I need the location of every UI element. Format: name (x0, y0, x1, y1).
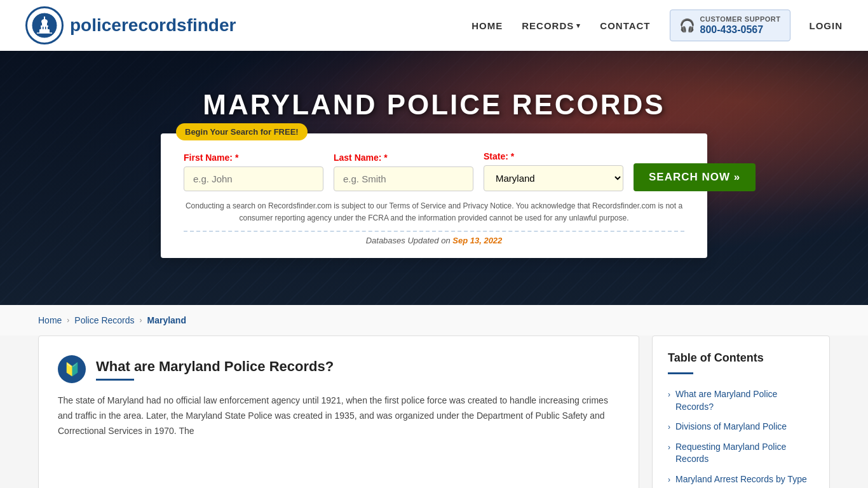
nav-home[interactable]: HOME (471, 20, 503, 31)
breadcrumb-home[interactable]: Home (38, 315, 62, 325)
toc-title: Table of Contents (668, 351, 814, 365)
site-header: policerecordsfinder HOME RECORDS ▾ CONTA… (0, 0, 868, 51)
db-date: Sep 13, 2022 (452, 236, 502, 245)
headset-icon: 🎧 (679, 18, 695, 33)
chevron-down-icon: ▾ (576, 22, 581, 30)
article-header: 🔰 What are Maryland Police Records? (58, 355, 620, 383)
hero-title: MARYLAND POLICE RECORDS (203, 89, 665, 121)
hero-section: MARYLAND POLICE RECORDS Begin Your Searc… (0, 51, 868, 305)
toc-item-0[interactable]: ›What are Maryland Police Records? (668, 384, 814, 417)
breadcrumb-records[interactable]: Police Records (74, 315, 134, 325)
support-info: CUSTOMER SUPPORT 800-433-0567 (700, 15, 781, 36)
article-title: What are Maryland Police Records? (96, 358, 334, 375)
article-section: 🔰 What are Maryland Police Records? The … (38, 336, 639, 488)
breadcrumb-sep-2: › (140, 316, 142, 325)
disclaimer-text: Conducting a search on Recordsfinder.com… (184, 200, 684, 224)
breadcrumb-sep-1: › (67, 316, 69, 325)
article-body: The state of Maryland had no official la… (58, 393, 620, 438)
article-title-group: What are Maryland Police Records? (96, 358, 334, 381)
search-now-button[interactable]: SEARCH NOW » (634, 163, 756, 191)
nav-records[interactable]: RECORDS ▾ (522, 20, 581, 31)
state-select[interactable]: Maryland Alabama Alaska Arizona Californ… (484, 165, 623, 191)
state-group: State: * Maryland Alabama Alaska Arizona… (484, 151, 623, 191)
logo-area[interactable]: policerecordsfinder (25, 6, 236, 44)
toc-divider (668, 372, 693, 374)
search-badge: Begin Your Search for FREE! (176, 123, 308, 140)
toc-item-3[interactable]: ›Maryland Arrest Records by Type of (668, 470, 814, 488)
svg-rect-10 (48, 27, 49, 29)
search-card: Begin Your Search for FREE! First Name: … (161, 133, 707, 258)
first-name-group: First Name: * (184, 152, 323, 191)
last-name-group: Last Name: * (334, 152, 473, 191)
svg-rect-5 (44, 17, 45, 22)
last-name-input[interactable] (334, 166, 473, 191)
toc-list: ›What are Maryland Police Records?›Divis… (668, 384, 814, 488)
toc-section: Table of Contents ›What are Maryland Pol… (652, 336, 830, 488)
svg-rect-1 (39, 29, 50, 33)
svg-rect-9 (45, 27, 46, 29)
svg-rect-2 (41, 25, 48, 29)
toc-chevron-icon: › (668, 475, 670, 485)
main-content: 🔰 What are Maryland Police Records? The … (0, 336, 868, 488)
last-name-label: Last Name: * (334, 152, 473, 163)
nav-login[interactable]: LOGIN (810, 20, 843, 31)
db-label: Databases Updated on (366, 236, 451, 245)
badge-icon: 🔰 (58, 355, 86, 383)
search-form-row: First Name: * Last Name: * State: * Mary… (184, 151, 684, 191)
first-name-label: First Name: * (184, 152, 323, 163)
first-name-input[interactable] (184, 166, 323, 191)
customer-support-button[interactable]: 🎧 CUSTOMER SUPPORT 800-433-0567 (670, 10, 790, 41)
toc-chevron-icon: › (668, 390, 670, 400)
svg-rect-8 (43, 27, 44, 29)
article-title-underline (96, 379, 134, 381)
logo-text: policerecordsfinder (70, 15, 236, 36)
toc-chevron-icon: › (668, 442, 670, 453)
toc-item-1[interactable]: ›Divisions of Maryland Police (668, 417, 814, 437)
state-label: State: * (484, 151, 623, 161)
toc-chevron-icon: › (668, 422, 670, 433)
svg-rect-7 (40, 27, 41, 29)
support-number: 800-433-0567 (700, 24, 781, 36)
support-label: CUSTOMER SUPPORT (700, 15, 781, 24)
toc-item-2[interactable]: ›Requesting Maryland Police Records (668, 437, 814, 470)
db-updated: Databases Updated on Sep 13, 2022 (184, 231, 684, 245)
logo-icon (25, 6, 64, 44)
breadcrumb-current: Maryland (147, 315, 186, 325)
breadcrumb: Home › Police Records › Maryland (0, 305, 868, 336)
main-nav: HOME RECORDS ▾ CONTACT 🎧 CUSTOMER SUPPOR… (471, 10, 843, 41)
nav-contact[interactable]: CONTACT (600, 20, 650, 31)
